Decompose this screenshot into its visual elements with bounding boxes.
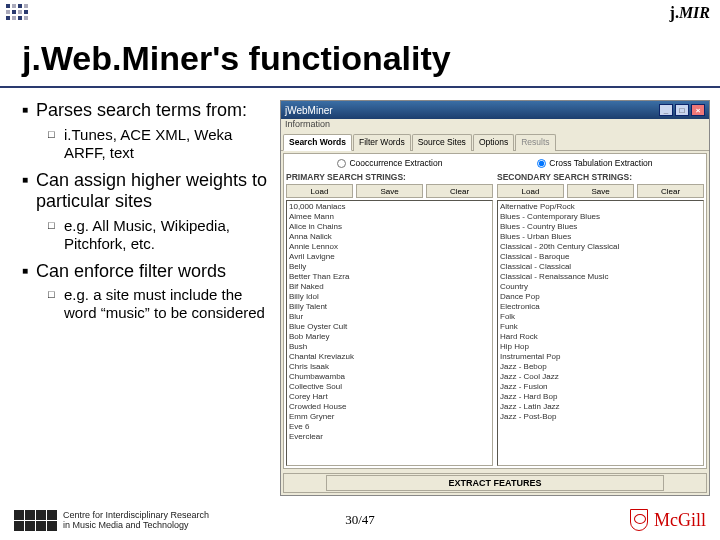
footer: Centre for Interdisciplinary Research in…: [0, 500, 720, 540]
primary-header: PRIMARY SEARCH STRINGS:: [286, 172, 493, 182]
jmir-logo: j.j.MIRMIR: [670, 4, 710, 22]
tabbar: Search Words Filter Words Source Sites O…: [281, 133, 709, 151]
radio-cross-tabulation[interactable]: Cross Tabulation Extraction: [537, 156, 652, 170]
list-item[interactable]: Dance Pop: [500, 292, 701, 302]
list-item[interactable]: Bush: [289, 342, 490, 352]
list-item[interactable]: Bif Naked: [289, 282, 490, 292]
tab-search-words[interactable]: Search Words: [283, 134, 352, 151]
title-underline: [0, 86, 720, 88]
list-item[interactable]: Classical - 20th Century Classical: [500, 242, 701, 252]
secondary-load-button[interactable]: Load: [497, 184, 564, 198]
primary-listbox[interactable]: 10,000 ManiacsAimee MannAlice in ChainsA…: [286, 200, 493, 466]
primary-save-button[interactable]: Save: [356, 184, 423, 198]
list-item[interactable]: Everclear: [289, 432, 490, 442]
menubar[interactable]: Information: [281, 119, 709, 133]
list-item[interactable]: Alternative Pop/Rock: [500, 202, 701, 212]
bullet-2-1: □e.g. All Music, Wikipedia, Pitchfork, e…: [48, 217, 274, 253]
secondary-column: SECONDARY SEARCH STRINGS: Load Save Clea…: [497, 172, 704, 466]
list-item[interactable]: Classical - Baroque: [500, 252, 701, 262]
cirmmt-logo-icon: [14, 510, 57, 531]
list-item[interactable]: Blur: [289, 312, 490, 322]
extract-row: EXTRACT FEATURES: [283, 473, 707, 493]
list-item[interactable]: Blues - Contemporary Blues: [500, 212, 701, 222]
mcgill-logo: McGill: [630, 509, 706, 531]
list-item[interactable]: Bob Marley: [289, 332, 490, 342]
secondary-listbox[interactable]: Alternative Pop/RockBlues - Contemporary…: [497, 200, 704, 466]
list-item[interactable]: Hip Hop: [500, 342, 701, 352]
list-item[interactable]: Instrumental Pop: [500, 352, 701, 362]
bullet-list: ■Parses search terms from: □i.Tunes, ACE…: [22, 100, 274, 496]
primary-load-button[interactable]: Load: [286, 184, 353, 198]
list-item[interactable]: Electronica: [500, 302, 701, 312]
slide-topbar: j.j.MIRMIR: [0, 0, 720, 26]
extract-features-button[interactable]: EXTRACT FEATURES: [326, 475, 664, 491]
slide-title: j.Web.Miner's functionality: [22, 39, 451, 78]
list-item[interactable]: Hard Rock: [500, 332, 701, 342]
app-window: jWebMiner _ □ × Information Search Words…: [280, 100, 710, 496]
list-item[interactable]: Chumbawamba: [289, 372, 490, 382]
maximize-button[interactable]: □: [675, 104, 689, 116]
secondary-save-button[interactable]: Save: [567, 184, 634, 198]
list-item[interactable]: Jazz - Post-Bop: [500, 412, 701, 422]
list-item[interactable]: Crowded House: [289, 402, 490, 412]
window-titlebar[interactable]: jWebMiner _ □ ×: [281, 101, 709, 119]
list-item[interactable]: Chris Isaak: [289, 362, 490, 372]
primary-column: PRIMARY SEARCH STRINGS: Load Save Clear …: [286, 172, 493, 466]
list-item[interactable]: Annie Lennox: [289, 242, 490, 252]
list-item[interactable]: Jazz - Bebop: [500, 362, 701, 372]
bullet-2: ■Can assign higher weights to particular…: [22, 170, 274, 213]
list-item[interactable]: Billy Talent: [289, 302, 490, 312]
tab-results: Results: [515, 134, 555, 151]
bullet-3-1: □e.g. a site must include the word “musi…: [48, 286, 274, 322]
list-item[interactable]: Blues - Country Blues: [500, 222, 701, 232]
cirmmt-block: Centre for Interdisciplinary Research in…: [14, 510, 209, 531]
bullet-1-1: □i.Tunes, ACE XML, Weka ARFF, text: [48, 126, 274, 162]
radio-cooccurrence[interactable]: Cooccurrence Extraction: [337, 156, 442, 170]
minimize-button[interactable]: _: [659, 104, 673, 116]
list-item[interactable]: Emm Gryner: [289, 412, 490, 422]
list-item[interactable]: Classical - Renaissance Music: [500, 272, 701, 282]
list-item[interactable]: Funk: [500, 322, 701, 332]
bullet-1: ■Parses search terms from:: [22, 100, 274, 122]
mcgill-crest-icon: [630, 509, 648, 531]
tab-options[interactable]: Options: [473, 134, 514, 151]
list-item[interactable]: Better Than Ezra: [289, 272, 490, 282]
list-item[interactable]: Blue Oyster Cult: [289, 322, 490, 332]
list-item[interactable]: Classical - Classical: [500, 262, 701, 272]
title-bar: j.Web.Miner's functionality: [0, 30, 720, 86]
list-item[interactable]: Belly: [289, 262, 490, 272]
list-item[interactable]: Anna Nalick: [289, 232, 490, 242]
list-item[interactable]: Collective Soul: [289, 382, 490, 392]
tab-filter-words[interactable]: Filter Words: [353, 134, 411, 151]
list-item[interactable]: Country: [500, 282, 701, 292]
tab-source-sites[interactable]: Source Sites: [412, 134, 472, 151]
cirmmt-text: Centre for Interdisciplinary Research in…: [63, 510, 209, 530]
tab-panel: Cooccurrence Extraction Cross Tabulation…: [283, 153, 707, 469]
window-title: jWebMiner: [285, 105, 333, 116]
list-item[interactable]: Corey Hart: [289, 392, 490, 402]
close-button[interactable]: ×: [691, 104, 705, 116]
list-item[interactable]: Jazz - Cool Jazz: [500, 372, 701, 382]
list-item[interactable]: Aimee Mann: [289, 212, 490, 222]
list-item[interactable]: Eve 6: [289, 422, 490, 432]
corner-deco: [6, 4, 28, 20]
list-item[interactable]: Alice in Chains: [289, 222, 490, 232]
list-item[interactable]: 10,000 Maniacs: [289, 202, 490, 212]
list-item[interactable]: Billy Idol: [289, 292, 490, 302]
primary-clear-button[interactable]: Clear: [426, 184, 493, 198]
list-item[interactable]: Folk: [500, 312, 701, 322]
bullet-3: ■Can enforce filter words: [22, 261, 274, 283]
list-item[interactable]: Jazz - Latin Jazz: [500, 402, 701, 412]
list-item[interactable]: Avril Lavigne: [289, 252, 490, 262]
list-item[interactable]: Chantal Kreviazuk: [289, 352, 490, 362]
list-item[interactable]: Jazz - Fusion: [500, 382, 701, 392]
page-number: 30/47: [345, 512, 375, 528]
list-item[interactable]: Blues - Urban Blues: [500, 232, 701, 242]
list-item[interactable]: Jazz - Hard Bop: [500, 392, 701, 402]
secondary-header: SECONDARY SEARCH STRINGS:: [497, 172, 704, 182]
secondary-clear-button[interactable]: Clear: [637, 184, 704, 198]
